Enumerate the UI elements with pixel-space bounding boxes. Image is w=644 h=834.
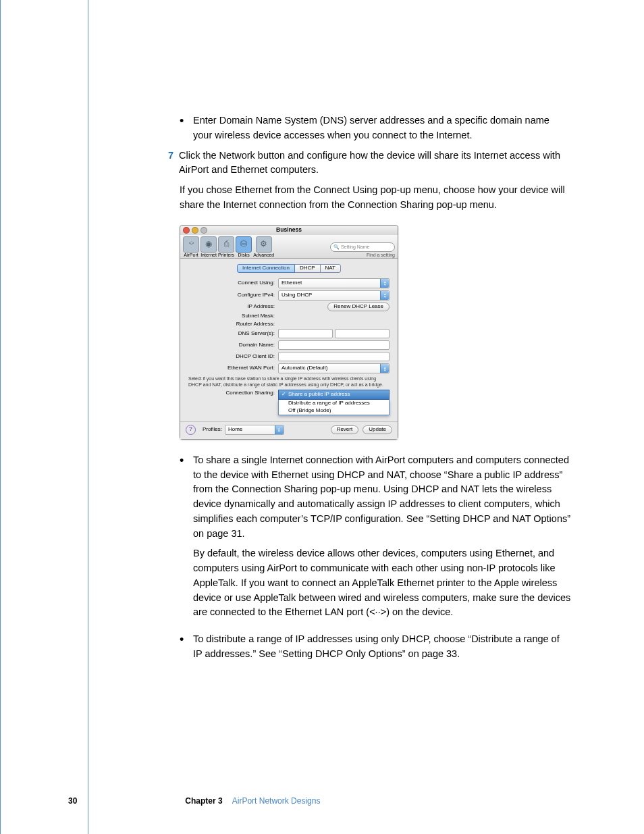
label-subnet-mask: Subnet Mask: [188, 313, 278, 319]
bullet-text: To share a single Internet connection wi… [193, 454, 570, 539]
connection-sharing-dropdown[interactable]: Share a public IP address Distribute a r… [278, 390, 390, 415]
chapter-title: AirPort Network Designs [232, 795, 321, 807]
chevron-updown-icon: ▴▾ [380, 291, 389, 300]
dropdown-option[interactable]: Distribute a range of IP addresses [279, 400, 389, 407]
label-router-address: Router Address: [188, 321, 278, 328]
select-ethernet-wan-port[interactable]: Automatic (Default)▴▾ [278, 363, 390, 373]
bullet-dot: • [180, 113, 193, 143]
dropdown-option[interactable]: Off (Bridge Mode) [279, 407, 389, 415]
step-text: Click the Network button and configure h… [179, 149, 571, 178]
airport-utility-screenshot: Business ⌔AirPort ◉Internet ⎙Printers ⛁D… [180, 225, 398, 440]
bullet-share-single: • To share a single Internet connection … [180, 453, 571, 625]
label-dns-servers: DNS Server(s): [188, 331, 278, 337]
page-footer: 30 Chapter 3 AirPort Network Designs [68, 795, 320, 807]
para-default: By default, the wireless device allows o… [193, 546, 571, 620]
para-ethernet: If you chose Ethernet from the Connect U… [180, 183, 571, 213]
label-ip-address: IP Address: [188, 304, 278, 310]
toolbar-item-airport[interactable]: ⌔AirPort [183, 236, 199, 258]
dns-server-1-input[interactable] [278, 329, 333, 338]
profiles-select[interactable]: Home▴▾ [225, 425, 284, 435]
toolbar-item-disks[interactable]: ⛁Disks [236, 236, 252, 258]
window-titlebar: Business [180, 226, 398, 235]
step-7: 7 Click the Network button and configure… [180, 149, 571, 178]
bullet-text: Enter Domain Name System (DNS) server ad… [193, 113, 571, 143]
internet-icon: ◉ [200, 236, 217, 253]
chevron-updown-icon: ▴▾ [275, 425, 284, 434]
tabs: Internet Connection DHCP NAT [188, 264, 390, 273]
select-configure-ipv4[interactable]: Using DHCP▴▾ [278, 290, 390, 301]
chapter-label: Chapter 3 [185, 795, 222, 807]
renew-dhcp-button[interactable]: Renew DHCP Lease [327, 303, 390, 311]
tab-dhcp[interactable]: DHCP [294, 264, 321, 273]
search-hint: Find a setting [367, 253, 395, 258]
airport-icon: ⌔ [183, 236, 199, 253]
bullet-dns: • Enter Domain Name System (DNS) server … [180, 113, 571, 143]
step-number: 7 [163, 149, 179, 178]
domain-name-input[interactable] [278, 340, 390, 350]
tab-internet-connection[interactable]: Internet Connection [237, 264, 295, 273]
dns-server-2-input[interactable] [335, 329, 390, 338]
profiles-label: Profiles: [203, 427, 222, 433]
dropdown-list: Distribute a range of IP addresses Off (… [278, 400, 390, 415]
toolbar-search: Setting Name Find a setting [330, 242, 395, 258]
help-text: Select if you want this base station to … [188, 376, 390, 388]
toolbar-item-printers[interactable]: ⎙Printers [218, 236, 234, 258]
help-icon[interactable]: ? [186, 425, 196, 435]
chevron-updown-icon: ▴▾ [380, 364, 389, 373]
bullet-dot: • [180, 453, 193, 625]
label-configure-ipv4: Configure IPv4: [188, 292, 278, 298]
gear-icon: ⚙ [256, 236, 272, 253]
bullet-text: To distribute a range of IP addresses us… [193, 632, 571, 662]
label-ethernet-wan-port: Ethernet WAN Port: [188, 365, 278, 371]
disks-icon: ⛁ [236, 236, 252, 253]
lan-port-icon: <··> [369, 606, 386, 617]
bullet-distribute: • To distribute a range of IP addresses … [180, 632, 571, 662]
toolbar-item-advanced[interactable]: ⚙Advanced [253, 236, 274, 258]
window-title: Business [180, 227, 398, 233]
toolbar-item-internet[interactable]: ◉Internet [200, 236, 217, 258]
label-connect-using: Connect Using: [188, 280, 278, 286]
dhcp-client-id-input[interactable] [278, 352, 390, 361]
bullet-dot: • [180, 632, 193, 662]
printers-icon: ⎙ [218, 236, 234, 253]
label-connection-sharing: Connection Sharing: [188, 390, 278, 396]
dropdown-selected[interactable]: Share a public IP address [278, 390, 390, 400]
update-button[interactable]: Update [363, 425, 392, 434]
toolbar: ⌔AirPort ◉Internet ⎙Printers ⛁Disks ⚙Adv… [180, 235, 398, 259]
tab-nat[interactable]: NAT [320, 264, 341, 273]
revert-button[interactable]: Revert [331, 425, 359, 434]
label-dhcp-client-id: DHCP Client ID: [188, 354, 278, 360]
page-number: 30 [68, 795, 77, 807]
label-domain-name: Domain Name: [188, 342, 278, 348]
chevron-updown-icon: ▴▾ [380, 279, 389, 288]
select-connect-using[interactable]: Ethernet▴▾ [278, 278, 390, 288]
search-input[interactable]: Setting Name [330, 242, 395, 252]
window-footer: ? Profiles: Home▴▾ Revert Update [180, 421, 398, 439]
